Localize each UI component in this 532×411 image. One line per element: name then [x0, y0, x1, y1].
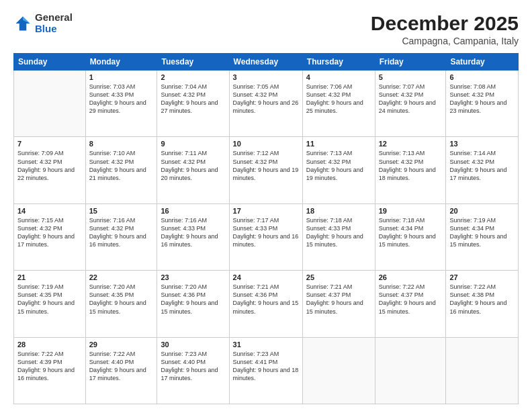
calendar-day-cell: 12Sunrise: 7:13 AM Sunset: 4:32 PM Dayli…	[375, 137, 446, 203]
day-number: 1	[89, 73, 154, 81]
header: GeneralBlue December 2025 Campagna, Camp…	[13, 12, 519, 46]
day-info: Sunrise: 7:23 AM Sunset: 4:41 PM Dayligh…	[233, 350, 299, 383]
day-number: 16	[161, 207, 225, 215]
day-number: 22	[89, 273, 154, 281]
day-number: 13	[449, 140, 515, 148]
weekday-header: Saturday	[446, 54, 519, 71]
day-number: 28	[17, 340, 82, 349]
day-info: Sunrise: 7:22 AM Sunset: 4:39 PM Dayligh…	[17, 350, 82, 383]
calendar-day-cell: 2Sunrise: 7:04 AM Sunset: 4:32 PM Daylig…	[157, 71, 229, 137]
day-info: Sunrise: 7:18 AM Sunset: 4:33 PM Dayligh…	[306, 216, 371, 249]
title-block: December 2025 Campagna, Campania, Italy	[371, 12, 519, 46]
weekday-header: Monday	[85, 54, 157, 71]
calendar-week-row: 21Sunrise: 7:19 AM Sunset: 4:35 PM Dayli…	[14, 271, 519, 337]
day-info: Sunrise: 7:08 AM Sunset: 4:32 PM Dayligh…	[449, 83, 515, 116]
calendar-day-cell	[375, 337, 446, 404]
day-info: Sunrise: 7:16 AM Sunset: 4:32 PM Dayligh…	[89, 216, 154, 249]
weekday-header: Friday	[375, 54, 446, 71]
calendar-day-cell: 15Sunrise: 7:16 AM Sunset: 4:32 PM Dayli…	[85, 203, 157, 270]
calendar-week-row: 1Sunrise: 7:03 AM Sunset: 4:33 PM Daylig…	[14, 71, 519, 137]
day-number: 29	[89, 340, 154, 349]
logo-text: GeneralBlue	[35, 12, 73, 34]
calendar-day-cell: 21Sunrise: 7:19 AM Sunset: 4:35 PM Dayli…	[14, 271, 86, 337]
day-number: 5	[379, 73, 443, 81]
day-info: Sunrise: 7:13 AM Sunset: 4:32 PM Dayligh…	[306, 149, 371, 182]
day-number: 10	[233, 140, 299, 148]
weekday-header: Wednesday	[229, 54, 302, 71]
day-number: 6	[449, 73, 515, 81]
calendar-day-cell	[302, 337, 375, 404]
day-info: Sunrise: 7:22 AM Sunset: 4:38 PM Dayligh…	[449, 283, 515, 316]
day-info: Sunrise: 7:13 AM Sunset: 4:32 PM Dayligh…	[379, 149, 443, 182]
day-info: Sunrise: 7:03 AM Sunset: 4:33 PM Dayligh…	[89, 83, 154, 116]
day-info: Sunrise: 7:20 AM Sunset: 4:36 PM Dayligh…	[161, 283, 225, 316]
calendar-day-cell: 19Sunrise: 7:18 AM Sunset: 4:34 PM Dayli…	[375, 203, 446, 270]
day-number: 18	[306, 207, 371, 215]
day-info: Sunrise: 7:06 AM Sunset: 4:32 PM Dayligh…	[306, 83, 371, 116]
calendar-day-cell: 9Sunrise: 7:11 AM Sunset: 4:32 PM Daylig…	[157, 137, 229, 203]
day-info: Sunrise: 7:07 AM Sunset: 4:32 PM Dayligh…	[379, 83, 443, 116]
calendar-day-cell: 10Sunrise: 7:12 AM Sunset: 4:32 PM Dayli…	[229, 137, 302, 203]
calendar-week-row: 7Sunrise: 7:09 AM Sunset: 4:32 PM Daylig…	[14, 137, 519, 203]
day-number: 27	[449, 273, 515, 281]
day-number: 7	[17, 140, 82, 148]
logo: GeneralBlue	[13, 12, 73, 34]
day-number: 24	[233, 273, 299, 281]
day-info: Sunrise: 7:22 AM Sunset: 4:37 PM Dayligh…	[379, 283, 443, 316]
weekday-header: Thursday	[302, 54, 375, 71]
calendar-body: 1Sunrise: 7:03 AM Sunset: 4:33 PM Daylig…	[14, 71, 519, 404]
calendar-day-cell: 1Sunrise: 7:03 AM Sunset: 4:33 PM Daylig…	[85, 71, 157, 137]
day-info: Sunrise: 7:18 AM Sunset: 4:34 PM Dayligh…	[379, 216, 443, 249]
day-number: 20	[449, 207, 515, 215]
calendar-day-cell: 6Sunrise: 7:08 AM Sunset: 4:32 PM Daylig…	[446, 71, 519, 137]
day-info: Sunrise: 7:17 AM Sunset: 4:33 PM Dayligh…	[233, 216, 299, 249]
day-info: Sunrise: 7:04 AM Sunset: 4:32 PM Dayligh…	[161, 83, 225, 116]
day-info: Sunrise: 7:23 AM Sunset: 4:40 PM Dayligh…	[161, 350, 225, 383]
day-info: Sunrise: 7:22 AM Sunset: 4:40 PM Dayligh…	[89, 350, 154, 383]
calendar-week-row: 14Sunrise: 7:15 AM Sunset: 4:32 PM Dayli…	[14, 203, 519, 270]
day-info: Sunrise: 7:19 AM Sunset: 4:35 PM Dayligh…	[17, 283, 82, 316]
weekday-header: Tuesday	[157, 54, 229, 71]
day-info: Sunrise: 7:12 AM Sunset: 4:32 PM Dayligh…	[233, 149, 299, 182]
location: Campagna, Campania, Italy	[371, 36, 519, 46]
day-number: 23	[161, 273, 225, 281]
day-number: 11	[306, 140, 371, 148]
day-number: 12	[379, 140, 443, 148]
calendar-day-cell: 4Sunrise: 7:06 AM Sunset: 4:32 PM Daylig…	[302, 71, 375, 137]
calendar-day-cell: 24Sunrise: 7:21 AM Sunset: 4:36 PM Dayli…	[229, 271, 302, 337]
day-number: 3	[233, 73, 299, 81]
day-number: 26	[379, 273, 443, 281]
day-info: Sunrise: 7:05 AM Sunset: 4:32 PM Dayligh…	[233, 83, 299, 116]
day-number: 25	[306, 273, 371, 281]
calendar-day-cell: 17Sunrise: 7:17 AM Sunset: 4:33 PM Dayli…	[229, 203, 302, 270]
day-info: Sunrise: 7:16 AM Sunset: 4:33 PM Dayligh…	[161, 216, 225, 249]
calendar-day-cell: 28Sunrise: 7:22 AM Sunset: 4:39 PM Dayli…	[14, 337, 86, 404]
day-info: Sunrise: 7:21 AM Sunset: 4:37 PM Dayligh…	[306, 283, 371, 316]
calendar-day-cell	[14, 71, 86, 137]
calendar-day-cell: 11Sunrise: 7:13 AM Sunset: 4:32 PM Dayli…	[302, 137, 375, 203]
calendar-day-cell: 14Sunrise: 7:15 AM Sunset: 4:32 PM Dayli…	[14, 203, 86, 270]
calendar-day-cell: 31Sunrise: 7:23 AM Sunset: 4:41 PM Dayli…	[229, 337, 302, 404]
day-info: Sunrise: 7:14 AM Sunset: 4:32 PM Dayligh…	[449, 149, 515, 182]
weekday-header: Sunday	[14, 54, 86, 71]
day-number: 19	[379, 207, 443, 215]
calendar-day-cell: 25Sunrise: 7:21 AM Sunset: 4:37 PM Dayli…	[302, 271, 375, 337]
calendar-day-cell: 26Sunrise: 7:22 AM Sunset: 4:37 PM Dayli…	[375, 271, 446, 337]
day-info: Sunrise: 7:20 AM Sunset: 4:35 PM Dayligh…	[89, 283, 154, 316]
calendar-header: SundayMondayTuesdayWednesdayThursdayFrid…	[14, 54, 519, 71]
logo-icon	[13, 14, 32, 33]
day-number: 21	[17, 273, 82, 281]
calendar-day-cell: 8Sunrise: 7:10 AM Sunset: 4:32 PM Daylig…	[85, 137, 157, 203]
day-info: Sunrise: 7:09 AM Sunset: 4:32 PM Dayligh…	[17, 149, 82, 182]
calendar-day-cell: 18Sunrise: 7:18 AM Sunset: 4:33 PM Dayli…	[302, 203, 375, 270]
day-number: 9	[161, 140, 225, 148]
day-info: Sunrise: 7:19 AM Sunset: 4:34 PM Dayligh…	[449, 216, 515, 249]
calendar-day-cell: 13Sunrise: 7:14 AM Sunset: 4:32 PM Dayli…	[446, 137, 519, 203]
day-number: 17	[233, 207, 299, 215]
calendar-week-row: 28Sunrise: 7:22 AM Sunset: 4:39 PM Dayli…	[14, 337, 519, 404]
calendar-day-cell: 29Sunrise: 7:22 AM Sunset: 4:40 PM Dayli…	[85, 337, 157, 404]
calendar-day-cell: 23Sunrise: 7:20 AM Sunset: 4:36 PM Dayli…	[157, 271, 229, 337]
day-number: 15	[89, 207, 154, 215]
calendar-day-cell: 7Sunrise: 7:09 AM Sunset: 4:32 PM Daylig…	[14, 137, 86, 203]
calendar-day-cell: 3Sunrise: 7:05 AM Sunset: 4:32 PM Daylig…	[229, 71, 302, 137]
